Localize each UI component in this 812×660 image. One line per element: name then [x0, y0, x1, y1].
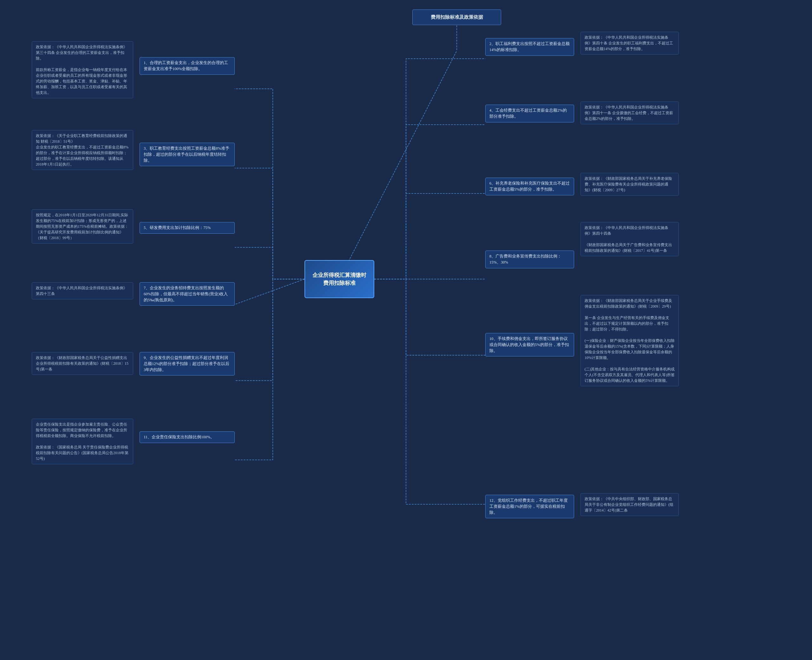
right-node-r2-label: 4、工会经费支出不超过工资薪金总额2%的部分准予扣除。: [485, 105, 574, 122]
right-node-r3-label: 6、补充养老保险和补充医疗保险支出不超过工资薪金总额5%的部分，准予扣除。: [485, 178, 574, 195]
left-policy-l4: 政策依据：《中华人民共和国企业所得税法实施条例》第四十三条: [32, 282, 133, 299]
right-policy-r6: 政策依据：《中共中央组织部、财政部、国家税务总局关于非公有制企业党组织工作经费问…: [580, 493, 679, 516]
left-node-l5: 9、企业发生的公益性捐赠支出不超过年度利润总额12%的部分准予扣除；超过部分准予…: [140, 352, 235, 376]
right-policy-r4-label: 政策依据：《中华人民共和国企业所得税法实施条例》第四十四条 《财政部国家税务总局…: [580, 222, 679, 256]
left-policy-l6: 企业责任保险支出是指企业参加雇主责任险、公众责任险等责任保险，按照规定缴纳的保险…: [32, 419, 133, 464]
right-node-r6: 12、党组织工作经费支出，不超过职工年度工资薪金总额1%的部分，可据实在税前扣除…: [485, 495, 574, 518]
left-node-l1-label: 1、合理的工资薪金支出，企业发生的合理的工资薪金支出准予100%全额扣除。: [140, 57, 235, 75]
left-policy-l3: 按照规定，在2018年1月1日至2020年12月31日期间,实际发生额的75%在…: [32, 209, 133, 244]
right-node-r6-label: 12、党组织工作经费支出，不超过职工年度工资薪金总额1%的部分，可据实在税前扣除…: [485, 495, 574, 518]
left-policy-l4-label: 政策依据：《中华人民共和国企业所得税法实施条例》第四十三条: [32, 282, 133, 299]
center-node: 企业所得税汇算清缴时费用扣除标准: [304, 260, 374, 298]
left-policy-l2-label: 政策依据：《关于企业职工教育经费税前扣除政策的通知 财税〔2018〕51号》 企…: [32, 130, 133, 170]
right-policy-r3: 政策依据：《财政部国家税务总局关于补充养老保险费、补充医疗保险费有关企业所得税政…: [580, 173, 679, 196]
right-node-r1-label: 2、职工福利费支出按照不超过工资薪金总额14%的标准扣除。: [485, 38, 574, 56]
left-node-l6: 11、企业责任保险支出扣除比例100%。: [140, 432, 235, 443]
left-policy-l5-label: 政策依据：《财政部国家税务总局关于公益性捐赠支出企业所得税税前扣除有关政策的通知…: [32, 352, 133, 375]
right-policy-r4: 政策依据：《中华人民共和国企业所得税法实施条例》第四十四条 《财政部国家税务总局…: [580, 222, 679, 256]
left-node-l5-label: 9、企业发生的公益性捐赠支出不超过年度利润总额12%的部分准予扣除；超过部分准予…: [140, 352, 235, 376]
right-node-r4: 8、广告费和业务宣传费支出扣除比例：15%、30%: [485, 251, 574, 268]
right-node-r5-label: 10、手续费和佣金支出，即所签订服务协议或合同确认的收入金额的5%的部分，准予扣…: [485, 333, 574, 357]
right-policy-r3-label: 政策依据：《财政部国家税务总局关于补充养老保险费、补充医疗保险费有关企业所得税政…: [580, 173, 679, 196]
left-policy-l2: 政策依据：《关于企业职工教育经费税前扣除政策的通知 财税〔2018〕51号》 企…: [32, 130, 133, 170]
svg-line-1: [339, 51, 457, 279]
right-node-r2: 4、工会经费支出不超过工资薪金总额2%的部分准予扣除。: [485, 105, 574, 122]
right-policy-r1-label: 政策依据：《中华人民共和国企业所得税法实施条例》第四十条 企业发生的职工福利费支…: [580, 32, 679, 54]
right-policy-r2: 政策依据：《中华人民共和国企业所得税法实施条例》第四十一条 企业拨缴的工会经费，…: [580, 102, 679, 124]
left-node-l6-label: 11、企业责任保险支出扣除比例100%。: [140, 432, 235, 443]
left-node-l3-label: 5、研发费用支出加计扣除比例：75%: [140, 222, 235, 234]
left-node-l2-label: 3、职工教育经费支出按照工资薪金总额8%准予扣除，超过的部分准予在以后纳税年度结…: [140, 143, 235, 166]
left-policy-l1: 政策依据：《中华人民共和国企业所得税法实施条例》第三十四条 企业发生的合理的工资…: [32, 41, 133, 98]
left-node-l2: 3、职工教育经费支出按照工资薪金总额8%准予扣除，超过的部分准予在以后纳税年度结…: [140, 143, 235, 166]
left-node-l4: 7、企业发生的业务招待费支出按照发生额的60%扣除，但最高不得超过当年销售(营业…: [140, 282, 235, 306]
top-title-node: 费用扣除标准及政策依据: [412, 10, 501, 25]
right-node-r4-label: 8、广告费和业务宣传费支出扣除比例：15%、30%: [485, 251, 574, 268]
right-node-r5: 10、手续费和佣金支出，即所签订服务协议或合同确认的收入金额的5%的部分，准予扣…: [485, 333, 574, 357]
right-policy-r6-label: 政策依据：《中共中央组织部、财政部、国家税务总局关于非公有制企业党组织工作经费问…: [580, 493, 679, 516]
left-node-l1: 1、合理的工资薪金支出，企业发生的合理的工资薪金支出准予100%全额扣除。: [140, 57, 235, 75]
right-node-r3: 6、补充养老保险和补充医疗保险支出不超过工资薪金总额5%的部分，准予扣除。: [485, 178, 574, 195]
right-node-r1: 2、职工福利费支出按照不超过工资薪金总额14%的标准扣除。: [485, 38, 574, 56]
right-policy-r5-label: 政策依据：《财政部国家税务总局关于企业手续费及佣金支出税前扣除政策的通知》(财税…: [580, 295, 679, 386]
left-node-l4-label: 7、企业发生的业务招待费支出按照发生额的60%扣除，但最高不得超过当年销售(营业…: [140, 282, 235, 306]
center-label: 企业所得税汇算清缴时费用扣除标准: [304, 260, 374, 298]
connector-lines: [0, 0, 812, 660]
left-policy-l6-label: 企业责任保险支出是指企业参加雇主责任险、公众责任险等责任保险，按照规定缴纳的保险…: [32, 419, 133, 464]
right-policy-r5: 政策依据：《财政部国家税务总局关于企业手续费及佣金支出税前扣除政策的通知》(财税…: [580, 295, 679, 386]
left-policy-l3-label: 按照规定，在2018年1月1日至2020年12月31日期间,实际发生额的75%在…: [32, 209, 133, 244]
top-title-box: 费用扣除标准及政策依据: [412, 10, 501, 25]
mind-map-container: 费用扣除标准及政策依据 企业所得税汇算清缴时费用扣除标准 2、职工福利费支出按照…: [0, 0, 812, 660]
right-policy-r1: 政策依据：《中华人民共和国企业所得税法实施条例》第四十条 企业发生的职工福利费支…: [580, 32, 679, 54]
left-policy-l5: 政策依据：《财政部国家税务总局关于公益性捐赠支出企业所得税税前扣除有关政策的通知…: [32, 352, 133, 375]
right-policy-r2-label: 政策依据：《中华人民共和国企业所得税法实施条例》第四十一条 企业拨缴的工会经费，…: [580, 102, 679, 124]
left-policy-l1-label: 政策依据：《中华人民共和国企业所得税法实施条例》第三十四条 企业发生的合理的工资…: [32, 41, 133, 98]
left-node-l3: 5、研发费用支出加计扣除比例：75%: [140, 222, 235, 234]
